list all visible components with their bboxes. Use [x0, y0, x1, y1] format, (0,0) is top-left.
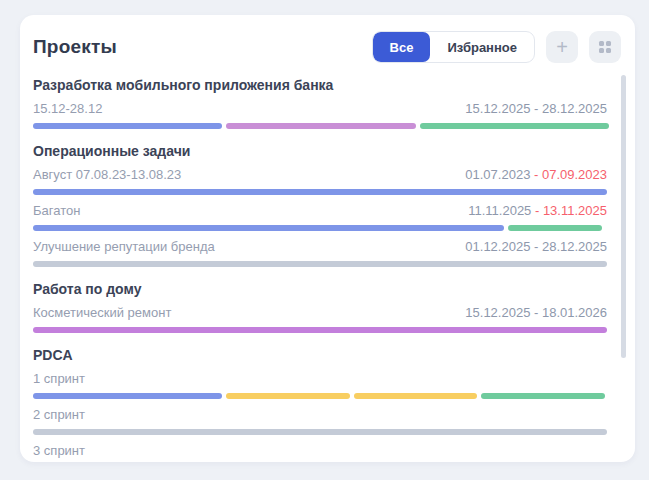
project-group-title[interactable]: Операционные задачи — [33, 143, 607, 159]
project-row-label: Багатон — [33, 202, 80, 219]
project-row-header: Багатон11.11.2025 - 13.11.2025 — [33, 202, 607, 219]
progress-segment — [33, 393, 222, 399]
project-group-title[interactable]: Разработка мобильного приложения банка — [33, 77, 607, 93]
date-overdue: - 07.09.2023 — [534, 167, 607, 182]
project-row-header: 1 спринт — [33, 370, 607, 387]
project-row-header: Август 07.08.23-13.08.2301.07.2023 - 07.… — [33, 166, 607, 183]
project-row[interactable]: Косметический ремонт15.12.2025 - 18.01.2… — [33, 304, 607, 333]
plus-icon: + — [556, 37, 568, 57]
project-row-dates: 15.12.2025 - 18.01.2026 — [465, 304, 607, 321]
date-range: 01.07.2023 — [465, 167, 534, 182]
date-range: 15.12.2025 - 18.01.2026 — [465, 305, 607, 320]
progress-bar — [33, 225, 607, 231]
project-row-header: 15.12-28.1215.12.2025 - 28.12.2025 — [33, 100, 607, 117]
progress-segment — [33, 429, 607, 435]
scrollbar-thumb[interactable] — [621, 75, 626, 358]
project-row-label: Улучшение репутации бренда — [33, 238, 215, 255]
project-row[interactable]: Улучшение репутации бренда01.12.2025 - 2… — [33, 238, 607, 267]
project-group: PDCA1 спринт2 спринт3 спринт — [33, 347, 607, 462]
project-row-dates: 11.11.2025 - 13.11.2025 — [468, 202, 607, 219]
project-group-title[interactable]: Работа по дому — [33, 281, 607, 297]
project-row[interactable]: 1 спринт — [33, 370, 607, 399]
project-group: Работа по домуКосметический ремонт15.12.… — [33, 281, 607, 333]
view-grid-button[interactable] — [589, 31, 621, 63]
progress-segment — [354, 393, 477, 399]
tab-favorites[interactable]: Избранное — [430, 32, 534, 62]
project-list: Разработка мобильного приложения банка15… — [33, 77, 607, 462]
project-row-label: Август 07.08.23-13.08.23 — [33, 166, 181, 183]
grid-icon — [599, 41, 611, 53]
project-group-title[interactable]: PDCA — [33, 347, 607, 363]
project-row[interactable]: 15.12-28.1215.12.2025 - 28.12.2025 — [33, 100, 607, 129]
progress-segment — [33, 261, 607, 267]
project-group: Разработка мобильного приложения банка15… — [33, 77, 607, 129]
project-row[interactable]: Багатон11.11.2025 - 13.11.2025 — [33, 202, 607, 231]
progress-bar — [33, 189, 607, 195]
tab-all[interactable]: Все — [373, 32, 431, 62]
progress-segment — [508, 225, 603, 231]
project-row-label: 15.12-28.12 — [33, 100, 102, 117]
project-row-header: 3 спринт — [33, 442, 607, 459]
progress-segment — [33, 327, 607, 333]
date-overdue: - 13.11.2025 — [535, 203, 607, 218]
filter-toggle: Все Избранное — [372, 31, 535, 63]
date-range: 11.11.2025 — [468, 203, 535, 218]
progress-segment — [226, 393, 349, 399]
progress-segment — [33, 225, 504, 231]
progress-bar — [33, 327, 607, 333]
project-row-header: Косметический ремонт15.12.2025 - 18.01.2… — [33, 304, 607, 321]
progress-segment — [481, 393, 604, 399]
project-row[interactable]: Август 07.08.23-13.08.2301.07.2023 - 07.… — [33, 166, 607, 195]
project-group: Операционные задачиАвгуст 07.08.23-13.08… — [33, 143, 607, 267]
project-row[interactable]: 3 спринт — [33, 442, 607, 462]
progress-segment — [33, 189, 607, 195]
add-project-button[interactable]: + — [546, 31, 578, 63]
progress-bar — [33, 123, 607, 129]
progress-bar — [33, 393, 607, 399]
progress-segment — [226, 123, 415, 129]
projects-card: Проекты Все Избранное + Разработка мобил… — [20, 15, 635, 462]
page-title: Проекты — [33, 36, 117, 58]
project-row-label: 1 спринт — [33, 370, 85, 387]
project-row[interactable]: 2 спринт — [33, 406, 607, 435]
project-row-dates: 15.12.2025 - 28.12.2025 — [465, 100, 607, 117]
progress-bar — [33, 261, 607, 267]
date-range: 15.12.2025 - 28.12.2025 — [465, 101, 607, 116]
project-row-label: 2 спринт — [33, 406, 85, 423]
project-row-dates: 01.12.2025 - 28.12.2025 — [465, 238, 607, 255]
project-row-label: Косметический ремонт — [33, 304, 171, 321]
header-controls: Все Избранное + — [372, 31, 621, 63]
project-row-dates: 01.07.2023 - 07.09.2023 — [465, 166, 607, 183]
project-row-label: 3 спринт — [33, 442, 85, 459]
progress-segment — [33, 123, 222, 129]
project-row-header: Улучшение репутации бренда01.12.2025 - 2… — [33, 238, 607, 255]
card-header: Проекты Все Избранное + — [33, 31, 607, 63]
date-range: 01.12.2025 - 28.12.2025 — [465, 239, 607, 254]
progress-bar — [33, 429, 607, 435]
progress-segment — [420, 123, 609, 129]
project-row-header: 2 спринт — [33, 406, 607, 423]
